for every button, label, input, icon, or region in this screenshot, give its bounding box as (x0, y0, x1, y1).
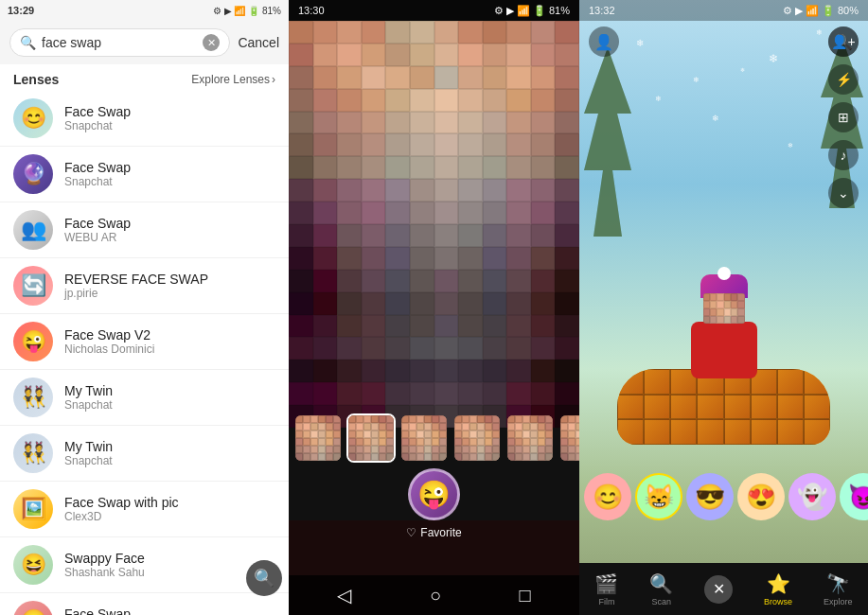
nav3-icon: ⭐ (767, 572, 790, 595)
search-clear-button[interactable]: ✕ (203, 34, 220, 51)
lens-strip-item[interactable] (399, 413, 449, 463)
nav3-item-close[interactable]: ✕ (704, 575, 733, 604)
lens-item-info: Face Swap Snapchat (64, 104, 275, 132)
pixel-cell (337, 44, 362, 66)
pixel-cell (362, 112, 386, 134)
search-fab-button[interactable]: 🔍 (246, 560, 282, 596)
lens-item[interactable]: 😜 Face Swap V2 Nicholas Dominici (0, 314, 289, 370)
pixel-cell (531, 337, 556, 360)
pixel-cell (458, 179, 483, 202)
pixel-cell (506, 66, 531, 89)
lens-item[interactable]: 🔄 REVERSE FACE SWAP jp.pirie (0, 258, 289, 314)
lens-item[interactable]: 👯 My Twin Snapchat (0, 370, 289, 426)
lens-strip-item[interactable] (452, 413, 502, 463)
pixel-cell (289, 247, 313, 270)
lens-list: 😊 Face Swap Snapchat 🔮 Face Swap Snapcha… (0, 91, 289, 615)
time-2: 13:30 (298, 5, 325, 16)
lens-item-info: Face Swap WEBU AR (64, 216, 275, 244)
pixel-cell (337, 270, 362, 292)
kid-body (686, 274, 762, 388)
lens-item[interactable]: 👯 My Twin Snapchat (0, 426, 289, 482)
pixel-cell (313, 202, 338, 224)
pixel-cell (483, 292, 507, 315)
pixel-cell (434, 179, 459, 202)
pixel-cell (385, 133, 410, 156)
pixel-cell (337, 360, 362, 382)
search-input[interactable]: face swap (42, 35, 197, 50)
face-pixel-cell (703, 316, 710, 324)
home-button-2[interactable]: ○ (422, 581, 449, 610)
lens-item[interactable]: 👥 Face Swap WEBU AR (0, 202, 289, 258)
snap-lens-filter-item[interactable]: 😍 (737, 473, 785, 520)
pixel-cell (337, 156, 362, 179)
lens-item[interactable]: 😆 Swappy Face Shashank Sahu (0, 537, 289, 593)
pixel-cell (313, 315, 338, 338)
close-snap-button[interactable]: ✕ (704, 575, 733, 604)
snap-profile-icon[interactable]: 👤 (589, 26, 619, 57)
time-1: 13:29 (8, 5, 34, 16)
shutter-button[interactable]: 😜 (408, 468, 460, 520)
flash-icon[interactable]: ⚡ (828, 64, 859, 95)
lens-item-name: Face Swap V2 (64, 327, 275, 343)
snap-lens-filter-item[interactable]: 😸 (635, 473, 682, 520)
pixel-cell (410, 292, 434, 315)
back-button-2[interactable]: ◁ (329, 580, 359, 610)
face-pixel-cell (710, 301, 717, 308)
snap-lens-strip[interactable]: 😊😸😎😍👻😈🤖😮 (579, 468, 868, 525)
pixel-cell (555, 112, 579, 134)
search-bar[interactable]: 🔍 face swap ✕ (9, 28, 230, 57)
pixel-cell (555, 21, 579, 44)
snap-lens-filter-item[interactable]: 😈 (840, 473, 868, 520)
snowflake: ❄ (655, 95, 662, 103)
pixel-cell (506, 156, 531, 179)
snap-lens-filter-item[interactable]: 😊 (584, 473, 631, 520)
lens-item-author: jp.pirie (64, 287, 275, 300)
lens-strip-item[interactable] (505, 413, 555, 463)
music-icon[interactable]: ♪ (828, 140, 859, 170)
lens-item[interactable]: 😊 Face Swap Snapchat (0, 91, 289, 147)
grid-icon[interactable]: ⊞ (828, 102, 859, 132)
pixel-cell (506, 337, 531, 360)
more-icon[interactable]: ⌄ (828, 178, 859, 208)
favorite-button[interactable]: ♡ Favorite (406, 526, 461, 539)
lens-strip-item[interactable] (346, 413, 396, 463)
pixel-cell (531, 224, 556, 247)
lens-item-icon: 😊 (13, 98, 53, 138)
pixel-cell (434, 66, 459, 89)
lens-item[interactable]: 😊 Face Swap صالح ♪ (0, 593, 289, 615)
lens-item[interactable]: 🖼️ Face Swap with pic Clex3D (0, 482, 289, 537)
pixel-cell (483, 44, 507, 66)
snap-lens-filter-item[interactable]: 👻 (788, 473, 836, 520)
face-pixel-cell (710, 316, 717, 324)
pixel-cell (289, 224, 313, 247)
lens-item-author: Snapchat (64, 398, 275, 412)
lens-item-author: Snapchat (64, 119, 275, 132)
waffle-cell (751, 395, 777, 420)
nav3-item-Scan[interactable]: 🔍 Scan (649, 572, 673, 606)
nav3-item-Explore[interactable]: 🔭 Explore (824, 572, 853, 606)
search-bar-container: 🔍 face swap ✕ Cancel (0, 21, 289, 64)
pixel-cell (289, 292, 313, 315)
search-panel: 13:29 ⚙ ▶ 📶 🔋 81% 🔍 face swap ✕ Cancel L… (0, 0, 289, 615)
nav3-item-Film[interactable]: 🎬 Film (594, 572, 618, 606)
recents-button-2[interactable]: □ (512, 581, 539, 610)
explore-lenses-link[interactable]: Explore Lenses › (191, 73, 275, 86)
face-pixel-cell (724, 308, 731, 316)
snap-lens-filter-item[interactable]: 😎 (686, 473, 734, 520)
add-friend-icon[interactable]: 👤+ (828, 26, 859, 57)
pixel-cell (531, 21, 556, 44)
lens-strip[interactable] (289, 407, 579, 468)
face-pixel-cell (737, 316, 744, 324)
pixel-cell (289, 270, 313, 292)
pixel-cell (483, 156, 507, 179)
lens-strip-item[interactable] (293, 413, 343, 463)
lens-item-name: Face Swap (64, 160, 275, 175)
cancel-button[interactable]: Cancel (238, 35, 279, 50)
lens-strip-item[interactable] (558, 413, 579, 463)
lens-item-icon: 😆 (13, 545, 53, 585)
pixel-cell (289, 202, 313, 224)
pixel-cell (362, 89, 386, 112)
nav3-item-Browse[interactable]: ⭐ Browse (764, 572, 792, 606)
face-pixel-cell (731, 301, 737, 308)
lens-item[interactable]: 🔮 Face Swap Snapchat (0, 147, 289, 202)
